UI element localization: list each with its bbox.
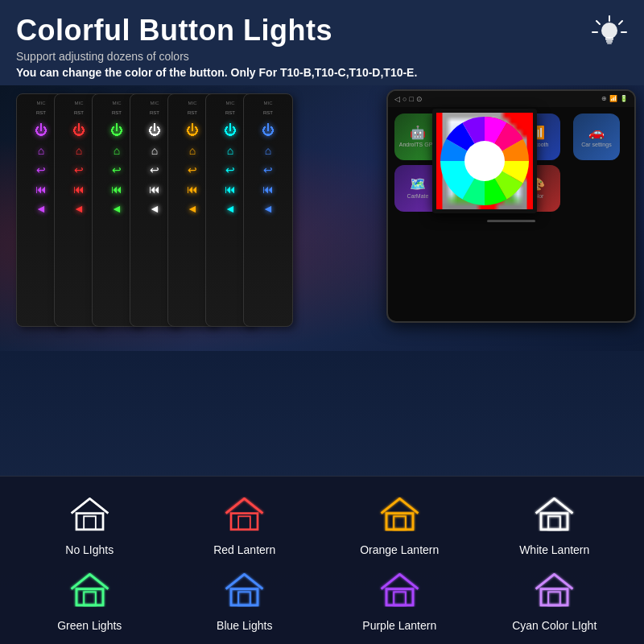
app-icon-car-settings[interactable]: 🚗 Car settings bbox=[573, 114, 620, 160]
svg-rect-24 bbox=[394, 592, 406, 605]
app-grid: 🤖 AndroITS GP... 📦 APK insta... bbox=[388, 107, 634, 218]
svg-point-5 bbox=[601, 23, 617, 39]
light-item-red[interactable]: Red Lantern bbox=[171, 493, 319, 556]
status-bar: ◁ ○ □ ⊙ ⊕ 📶 🔋 bbox=[388, 91, 634, 107]
no-lights-label: No LIghts bbox=[65, 543, 114, 556]
light-item-green[interactable]: Green Lights bbox=[16, 568, 163, 632]
orange-lantern-icon bbox=[378, 493, 422, 537]
orange-lantern-label: Orange Lantern bbox=[360, 543, 439, 556]
home-indicator bbox=[487, 220, 535, 222]
blue-lights-label: Blue Lights bbox=[217, 619, 272, 632]
light-item-white[interactable]: White Lantern bbox=[481, 493, 629, 556]
svg-rect-16 bbox=[394, 516, 406, 530]
svg-rect-12 bbox=[84, 516, 96, 530]
blue-lights-icon bbox=[222, 568, 266, 613]
svg-rect-22 bbox=[238, 592, 250, 605]
red-lantern-label: Red Lantern bbox=[213, 543, 275, 556]
light-item-blue[interactable]: Blue Lights bbox=[171, 568, 319, 632]
svg-rect-20 bbox=[84, 592, 96, 605]
svg-rect-8 bbox=[607, 43, 612, 44]
screen-card-7: MIC RST ⏻ ⌂ ↩ ⏮ ◄ bbox=[243, 93, 293, 327]
header-section: Colorful Button Lights Support adjusting… bbox=[0, 0, 644, 85]
bulb-icon bbox=[592, 14, 628, 54]
green-lights-icon bbox=[68, 568, 112, 613]
white-lantern-label: White Lantern bbox=[519, 543, 589, 556]
svg-point-10 bbox=[464, 141, 505, 181]
device-area: MIC RST ⏻ ⌂ ↩ ⏮ ◄ MIC RST ⏻ ⌂ ↩ ⏮ bbox=[0, 85, 644, 351]
header-note: You can change the color of the button. … bbox=[16, 66, 628, 79]
main-image-area: MIC RST ⏻ ⌂ ↩ ⏮ ◄ MIC RST ⏻ ⌂ ↩ ⏮ bbox=[0, 85, 644, 351]
no-lights-icon bbox=[68, 493, 112, 537]
purple-lantern-label: Purple Lantern bbox=[362, 619, 436, 632]
purple-lantern-icon bbox=[378, 568, 422, 613]
cyan-light-icon bbox=[532, 568, 576, 613]
main-screen: ◁ ○ □ ⊙ ⊕ 📶 🔋 🤖 AndroITS GP... bbox=[386, 89, 636, 323]
color-wheel-popup bbox=[432, 109, 537, 213]
header-subtitle: Support adjusting dozens of colors bbox=[16, 50, 628, 63]
green-lights-label: Green Lights bbox=[57, 619, 122, 632]
svg-rect-7 bbox=[606, 40, 613, 43]
screens-container: MIC RST ⏻ ⌂ ↩ ⏮ ◄ MIC RST ⏻ ⌂ ↩ ⏮ bbox=[16, 93, 281, 327]
lights-section: No LIghts Red Lantern Orange Lantern bbox=[0, 476, 644, 644]
light-item-no-lights[interactable]: No LIghts bbox=[16, 493, 163, 556]
light-item-cyan[interactable]: Cyan Color LIght bbox=[481, 568, 629, 632]
light-item-orange[interactable]: Orange Lantern bbox=[326, 493, 473, 556]
svg-line-4 bbox=[597, 21, 600, 24]
svg-rect-18 bbox=[548, 516, 560, 530]
red-lantern-icon bbox=[222, 493, 266, 537]
svg-rect-6 bbox=[605, 37, 613, 40]
svg-rect-26 bbox=[548, 592, 560, 605]
white-lantern-icon bbox=[532, 493, 576, 537]
page-title: Colorful Button Lights bbox=[16, 14, 628, 47]
cyan-light-label: Cyan Color LIght bbox=[512, 619, 597, 632]
svg-rect-14 bbox=[238, 516, 250, 530]
light-item-purple[interactable]: Purple Lantern bbox=[326, 568, 473, 632]
lights-grid: No LIghts Red Lantern Orange Lantern bbox=[16, 493, 628, 632]
svg-line-1 bbox=[619, 21, 622, 24]
